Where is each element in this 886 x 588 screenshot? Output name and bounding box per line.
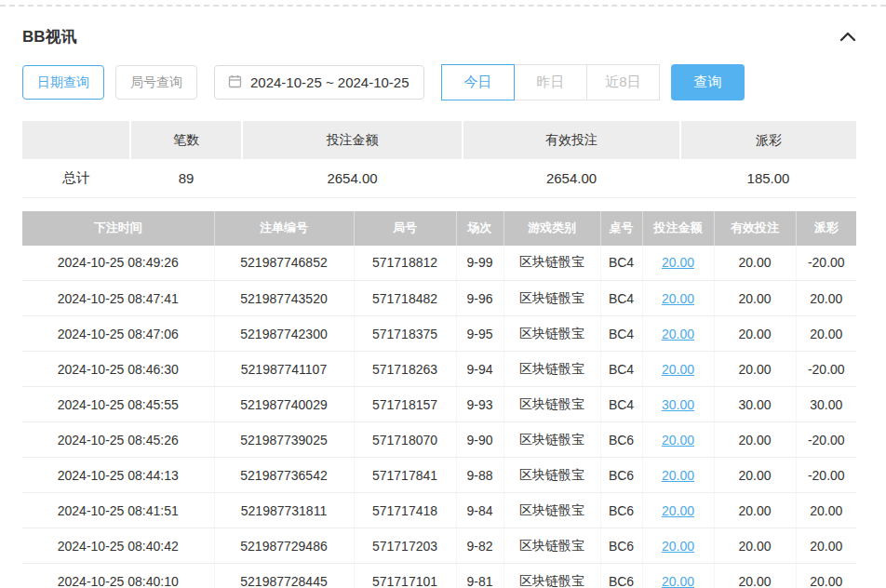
bet-amount-cell: 20.00 bbox=[642, 246, 714, 281]
bet-amount-cell: 20.00 bbox=[642, 458, 714, 493]
game-type-cell: 区块链骰宝 bbox=[503, 422, 600, 458]
bet-amount-cell: 20.00 bbox=[642, 422, 714, 458]
order-number-cell: 521987743520 bbox=[214, 281, 354, 316]
bet-amount-link[interactable]: 20.00 bbox=[662, 539, 694, 554]
quick-range-yesterday[interactable]: 昨日 bbox=[514, 64, 587, 100]
round-number-cell: 571717101 bbox=[354, 564, 456, 588]
bet-time-cell: 2024-10-25 08:44:13 bbox=[22, 458, 214, 493]
bet-amount-link[interactable]: 20.00 bbox=[662, 468, 694, 483]
valid-bet-cell: 20.00 bbox=[714, 246, 796, 281]
header-round-number: 局号 bbox=[354, 211, 456, 246]
payout-cell: 20.00 bbox=[796, 281, 856, 316]
quick-range-today[interactable]: 今日 bbox=[441, 64, 515, 100]
bet-amount-cell: 20.00 bbox=[642, 352, 714, 387]
order-number-cell: 521987741107 bbox=[214, 352, 354, 387]
summary-total-row: 总计 89 2654.00 2654.00 185.00 bbox=[22, 159, 856, 197]
game-type-cell: 区块链骰宝 bbox=[503, 316, 600, 352]
valid-bet-cell: 20.00 bbox=[714, 458, 796, 493]
bet-time-cell: 2024-10-25 08:40:10 bbox=[22, 564, 214, 588]
page-title: BB视讯 bbox=[22, 26, 77, 47]
order-number-cell: 521987746852 bbox=[214, 246, 354, 281]
summary-total-valid-bet: 2654.00 bbox=[463, 159, 680, 197]
quick-range-group: 今日 昨日 近8日 bbox=[441, 64, 660, 100]
table-row: 2024-10-25 08:44:13 521987736542 5717178… bbox=[22, 458, 856, 493]
summary-header-payout: 派彩 bbox=[680, 121, 856, 159]
table-number-cell: BC4 bbox=[600, 316, 642, 352]
bet-time-cell: 2024-10-25 08:47:41 bbox=[22, 281, 214, 316]
page-container: BB视讯 日期查询 局号查询 2024-10-25 ~ 2024-10-25 今… bbox=[0, 25, 886, 588]
order-number-cell: 521987742300 bbox=[214, 316, 354, 352]
game-type-cell: 区块链骰宝 bbox=[503, 352, 600, 387]
bet-records-table: 下注时间 注单编号 局号 场次 游戏类别 桌号 投注金额 有效投注 派彩 202… bbox=[22, 211, 856, 588]
collapse-button[interactable] bbox=[839, 31, 856, 42]
quick-range-last8days[interactable]: 近8日 bbox=[586, 64, 660, 100]
round-number-cell: 571718812 bbox=[354, 246, 456, 281]
bet-table-header-row: 下注时间 注单编号 局号 场次 游戏类别 桌号 投注金额 有效投注 派彩 bbox=[22, 211, 856, 246]
game-type-cell: 区块链骰宝 bbox=[503, 458, 600, 493]
summary-total-bet-amount: 2654.00 bbox=[242, 159, 463, 197]
date-query-tab[interactable]: 日期查询 bbox=[22, 65, 104, 100]
payout-cell: 30.00 bbox=[796, 387, 856, 422]
game-type-cell: 区块链骰宝 bbox=[503, 528, 600, 564]
bet-amount-cell: 20.00 bbox=[642, 564, 714, 588]
session-cell: 9-94 bbox=[456, 352, 503, 387]
bet-amount-link[interactable]: 20.00 bbox=[662, 327, 694, 341]
round-number-cell: 571718070 bbox=[354, 422, 456, 458]
table-number-cell: BC4 bbox=[600, 246, 642, 281]
bet-amount-link[interactable]: 20.00 bbox=[662, 255, 694, 270]
bet-time-cell: 2024-10-25 08:47:06 bbox=[22, 316, 214, 352]
table-number-cell: BC4 bbox=[600, 352, 642, 387]
table-row: 2024-10-25 08:41:51 521987731811 5717174… bbox=[22, 493, 856, 528]
header-table-number: 桌号 bbox=[600, 211, 642, 246]
order-number-cell: 521987740029 bbox=[214, 387, 354, 422]
bet-amount-link[interactable]: 20.00 bbox=[662, 362, 694, 377]
header-payout: 派彩 bbox=[796, 211, 856, 246]
game-type-cell: 区块链骰宝 bbox=[503, 246, 600, 281]
table-row: 2024-10-25 08:45:26 521987739025 5717180… bbox=[22, 422, 856, 458]
header-order-number: 注单编号 bbox=[214, 211, 354, 246]
table-row: 2024-10-25 08:49:26 521987746852 5717188… bbox=[22, 246, 856, 281]
bet-amount-link[interactable]: 20.00 bbox=[662, 291, 694, 306]
summary-total-payout: 185.00 bbox=[680, 159, 856, 197]
table-number-cell: BC4 bbox=[600, 281, 642, 316]
table-row: 2024-10-25 08:45:55 521987740029 5717181… bbox=[22, 387, 856, 422]
summary-header-bet-amount: 投注金额 bbox=[242, 121, 463, 159]
summary-table: 笔数 投注金额 有效投注 派彩 总计 89 2654.00 2654.00 18… bbox=[22, 121, 856, 198]
order-number-cell: 521987736542 bbox=[214, 458, 354, 493]
header-bet-amount: 投注金额 bbox=[642, 211, 714, 246]
top-dashed-divider bbox=[0, 5, 886, 7]
bet-amount-link[interactable]: 20.00 bbox=[662, 574, 694, 588]
session-cell: 9-96 bbox=[456, 281, 503, 316]
session-cell: 9-82 bbox=[456, 528, 503, 564]
header-valid-bet: 有效投注 bbox=[714, 211, 796, 246]
summary-header-blank bbox=[22, 121, 130, 159]
payout-cell: 20.00 bbox=[796, 564, 856, 588]
table-number-cell: BC6 bbox=[600, 493, 642, 528]
bet-amount-cell: 30.00 bbox=[642, 387, 714, 422]
bet-amount-cell: 20.00 bbox=[642, 316, 714, 352]
valid-bet-cell: 20.00 bbox=[714, 422, 796, 458]
round-query-tab[interactable]: 局号查询 bbox=[115, 65, 197, 100]
date-range-input[interactable]: 2024-10-25 ~ 2024-10-25 bbox=[214, 65, 424, 100]
game-type-cell: 区块链骰宝 bbox=[503, 281, 600, 316]
bet-amount-link[interactable]: 30.00 bbox=[662, 397, 694, 412]
session-cell: 9-81 bbox=[456, 564, 503, 588]
payout-cell: -20.00 bbox=[796, 458, 856, 493]
bet-amount-link[interactable]: 20.00 bbox=[662, 433, 694, 448]
payout-cell: 20.00 bbox=[796, 493, 856, 528]
valid-bet-cell: 30.00 bbox=[714, 387, 796, 422]
search-button[interactable]: 查询 bbox=[671, 64, 745, 100]
round-number-cell: 571718263 bbox=[354, 352, 456, 387]
order-number-cell: 521987731811 bbox=[214, 493, 354, 528]
valid-bet-cell: 20.00 bbox=[714, 528, 796, 564]
summary-total-count: 89 bbox=[130, 159, 242, 197]
bet-amount-link[interactable]: 20.00 bbox=[662, 503, 694, 518]
payout-cell: -20.00 bbox=[796, 422, 856, 458]
table-row: 2024-10-25 08:47:41 521987743520 5717184… bbox=[22, 281, 856, 316]
chevron-up-icon bbox=[839, 31, 856, 45]
session-cell: 9-90 bbox=[456, 422, 503, 458]
session-cell: 9-99 bbox=[456, 246, 503, 281]
table-row: 2024-10-25 08:40:42 521987729486 5717172… bbox=[22, 528, 856, 564]
calendar-icon bbox=[228, 74, 242, 91]
valid-bet-cell: 20.00 bbox=[714, 564, 796, 588]
